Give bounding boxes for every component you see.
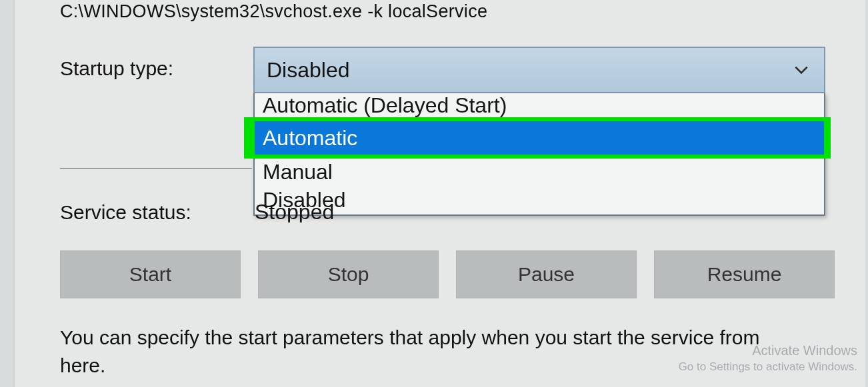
control-buttons: Start Stop Pause Resume	[60, 250, 835, 298]
start-button[interactable]: Start	[60, 250, 241, 298]
startup-type-dropdown: Automatic (Delayed Start) Automatic Manu…	[253, 93, 825, 216]
service-status-value: Stopped	[255, 200, 388, 222]
executable-path: C:\WINDOWS\system32\svchost.exe -k local…	[60, 1, 487, 22]
startup-type-selected[interactable]: Disabled	[253, 47, 825, 93]
option-manual[interactable]: Manual	[255, 159, 824, 185]
startup-type-combobox[interactable]: Disabled Automatic (Delayed Start) Autom…	[253, 47, 825, 216]
service-status-label: Service status:	[60, 201, 253, 224]
help-text: You can specify the start parameters tha…	[60, 324, 808, 380]
stop-button[interactable]: Stop	[258, 250, 439, 298]
properties-panel: C:\WINDOWS\system32\svchost.exe -k local…	[13, 0, 865, 387]
option-automatic-delayed[interactable]: Automatic (Delayed Start)	[255, 93, 824, 117]
startup-type-value: Disabled	[267, 58, 350, 83]
highlight-box: Automatic	[244, 117, 831, 159]
pause-button[interactable]: Pause	[456, 250, 637, 298]
resume-button[interactable]: Resume	[654, 250, 835, 298]
chevron-down-icon	[791, 59, 812, 81]
option-automatic[interactable]: Automatic	[255, 121, 824, 155]
divider	[60, 168, 252, 169]
startup-type-label: Startup type:	[60, 57, 253, 80]
